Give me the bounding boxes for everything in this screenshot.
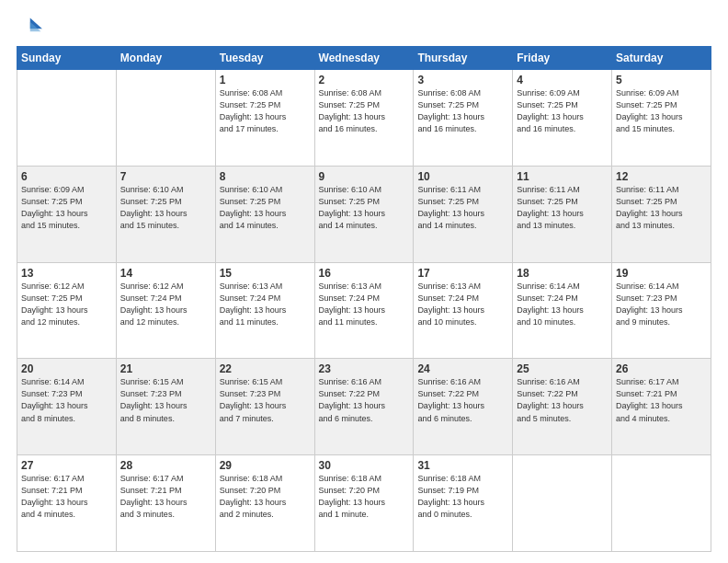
day-number: 16 — [319, 267, 410, 280]
day-info: Sunrise: 6:12 AM Sunset: 7:25 PM Dayligh… — [21, 281, 112, 328]
calendar-cell: 3Sunrise: 6:08 AM Sunset: 7:25 PM Daylig… — [414, 70, 513, 167]
calendar-cell: 15Sunrise: 6:13 AM Sunset: 7:24 PM Dayli… — [215, 262, 314, 359]
calendar-cell — [17, 70, 117, 167]
calendar-cell: 21Sunrise: 6:15 AM Sunset: 7:23 PM Dayli… — [116, 359, 215, 455]
day-number: 23 — [319, 362, 410, 375]
logo — [17, 17, 44, 37]
day-info: Sunrise: 6:14 AM Sunset: 7:23 PM Dayligh… — [21, 376, 112, 424]
weekday-header-sunday: Sunday — [17, 47, 117, 70]
week-row-4: 20Sunrise: 6:14 AM Sunset: 7:23 PM Dayli… — [17, 359, 711, 455]
calendar-cell: 2Sunrise: 6:08 AM Sunset: 7:25 PM Daylig… — [314, 70, 414, 167]
day-info: Sunrise: 6:16 AM Sunset: 7:22 PM Dayligh… — [417, 376, 508, 424]
day-info: Sunrise: 6:09 AM Sunset: 7:25 PM Dayligh… — [517, 87, 608, 135]
calendar-cell: 17Sunrise: 6:13 AM Sunset: 7:24 PM Dayli… — [414, 262, 513, 359]
day-info: Sunrise: 6:12 AM Sunset: 7:24 PM Dayligh… — [120, 281, 211, 328]
weekday-header-thursday: Thursday — [414, 47, 513, 70]
day-info: Sunrise: 6:18 AM Sunset: 7:20 PM Dayligh… — [319, 473, 410, 521]
calendar: SundayMondayTuesdayWednesdayThursdayFrid… — [17, 46, 711, 552]
day-number: 12 — [616, 170, 707, 183]
day-number: 15 — [220, 267, 311, 280]
day-number: 31 — [417, 459, 508, 472]
day-info: Sunrise: 6:11 AM Sunset: 7:25 PM Dayligh… — [417, 184, 508, 232]
calendar-cell: 5Sunrise: 6:09 AM Sunset: 7:25 PM Daylig… — [612, 70, 711, 167]
day-number: 8 — [220, 170, 311, 183]
calendar-cell: 4Sunrise: 6:09 AM Sunset: 7:25 PM Daylig… — [513, 70, 612, 167]
day-info: Sunrise: 6:17 AM Sunset: 7:21 PM Dayligh… — [21, 473, 112, 521]
week-row-1: 1Sunrise: 6:08 AM Sunset: 7:25 PM Daylig… — [17, 70, 711, 167]
day-info: Sunrise: 6:08 AM Sunset: 7:25 PM Dayligh… — [220, 87, 311, 135]
calendar-cell: 10Sunrise: 6:11 AM Sunset: 7:25 PM Dayli… — [414, 166, 513, 262]
weekday-header-wednesday: Wednesday — [314, 47, 414, 70]
day-info: Sunrise: 6:10 AM Sunset: 7:25 PM Dayligh… — [220, 184, 311, 232]
day-number: 13 — [21, 267, 112, 280]
calendar-cell: 18Sunrise: 6:14 AM Sunset: 7:24 PM Dayli… — [513, 262, 612, 359]
day-info: Sunrise: 6:09 AM Sunset: 7:25 PM Dayligh… — [616, 87, 707, 135]
calendar-cell: 25Sunrise: 6:16 AM Sunset: 7:22 PM Dayli… — [513, 359, 612, 455]
day-number: 3 — [417, 74, 508, 86]
day-number: 24 — [417, 362, 508, 375]
day-info: Sunrise: 6:10 AM Sunset: 7:25 PM Dayligh… — [319, 184, 410, 232]
day-info: Sunrise: 6:09 AM Sunset: 7:25 PM Dayligh… — [21, 184, 112, 232]
day-number: 29 — [220, 459, 311, 472]
calendar-cell: 29Sunrise: 6:18 AM Sunset: 7:20 PM Dayli… — [215, 455, 314, 552]
day-info: Sunrise: 6:17 AM Sunset: 7:21 PM Dayligh… — [616, 376, 707, 424]
day-number: 20 — [21, 362, 112, 375]
day-info: Sunrise: 6:10 AM Sunset: 7:25 PM Dayligh… — [120, 184, 211, 232]
day-info: Sunrise: 6:16 AM Sunset: 7:22 PM Dayligh… — [517, 376, 608, 424]
calendar-cell: 30Sunrise: 6:18 AM Sunset: 7:20 PM Dayli… — [314, 455, 414, 552]
day-number: 1 — [220, 74, 311, 86]
day-number: 21 — [120, 362, 211, 375]
calendar-cell: 20Sunrise: 6:14 AM Sunset: 7:23 PM Dayli… — [17, 359, 117, 455]
day-number: 4 — [517, 74, 608, 86]
day-number: 26 — [616, 362, 707, 375]
day-info: Sunrise: 6:14 AM Sunset: 7:24 PM Dayligh… — [517, 281, 608, 328]
day-number: 2 — [319, 74, 410, 86]
day-number: 25 — [517, 362, 608, 375]
calendar-cell: 28Sunrise: 6:17 AM Sunset: 7:21 PM Dayli… — [116, 455, 215, 552]
day-number: 11 — [517, 170, 608, 183]
header — [17, 17, 711, 37]
day-info: Sunrise: 6:13 AM Sunset: 7:24 PM Dayligh… — [319, 281, 410, 328]
calendar-cell: 22Sunrise: 6:15 AM Sunset: 7:23 PM Dayli… — [215, 359, 314, 455]
day-info: Sunrise: 6:17 AM Sunset: 7:21 PM Dayligh… — [120, 473, 211, 521]
day-number: 19 — [616, 267, 707, 280]
calendar-cell: 13Sunrise: 6:12 AM Sunset: 7:25 PM Dayli… — [17, 262, 117, 359]
day-info: Sunrise: 6:13 AM Sunset: 7:24 PM Dayligh… — [220, 281, 311, 328]
calendar-cell — [116, 70, 215, 167]
day-number: 10 — [417, 170, 508, 183]
day-number: 5 — [616, 74, 707, 86]
day-info: Sunrise: 6:14 AM Sunset: 7:23 PM Dayligh… — [616, 281, 707, 328]
day-info: Sunrise: 6:13 AM Sunset: 7:24 PM Dayligh… — [417, 281, 508, 328]
day-number: 18 — [517, 267, 608, 280]
calendar-cell — [513, 455, 612, 552]
day-info: Sunrise: 6:18 AM Sunset: 7:19 PM Dayligh… — [417, 473, 508, 521]
calendar-cell: 16Sunrise: 6:13 AM Sunset: 7:24 PM Dayli… — [314, 262, 414, 359]
day-number: 7 — [120, 170, 211, 183]
calendar-cell: 31Sunrise: 6:18 AM Sunset: 7:19 PM Dayli… — [414, 455, 513, 552]
calendar-cell: 19Sunrise: 6:14 AM Sunset: 7:23 PM Dayli… — [612, 262, 711, 359]
calendar-cell: 27Sunrise: 6:17 AM Sunset: 7:21 PM Dayli… — [17, 455, 117, 552]
day-number: 28 — [120, 459, 211, 472]
logo-icon — [17, 17, 42, 37]
calendar-cell: 26Sunrise: 6:17 AM Sunset: 7:21 PM Dayli… — [612, 359, 711, 455]
day-number: 27 — [21, 459, 112, 472]
weekday-header-monday: Monday — [116, 47, 215, 70]
calendar-cell: 1Sunrise: 6:08 AM Sunset: 7:25 PM Daylig… — [215, 70, 314, 167]
day-info: Sunrise: 6:18 AM Sunset: 7:20 PM Dayligh… — [220, 473, 311, 521]
day-info: Sunrise: 6:15 AM Sunset: 7:23 PM Dayligh… — [120, 376, 211, 424]
day-info: Sunrise: 6:11 AM Sunset: 7:25 PM Dayligh… — [517, 184, 608, 232]
day-info: Sunrise: 6:16 AM Sunset: 7:22 PM Dayligh… — [319, 376, 410, 424]
calendar-cell: 14Sunrise: 6:12 AM Sunset: 7:24 PM Dayli… — [116, 262, 215, 359]
day-number: 17 — [417, 267, 508, 280]
day-info: Sunrise: 6:11 AM Sunset: 7:25 PM Dayligh… — [616, 184, 707, 232]
weekday-header-tuesday: Tuesday — [215, 47, 314, 70]
day-info: Sunrise: 6:08 AM Sunset: 7:25 PM Dayligh… — [417, 87, 508, 135]
calendar-cell: 9Sunrise: 6:10 AM Sunset: 7:25 PM Daylig… — [314, 166, 414, 262]
calendar-cell — [612, 455, 711, 552]
day-number: 6 — [21, 170, 112, 183]
weekday-header-saturday: Saturday — [612, 47, 711, 70]
day-info: Sunrise: 6:15 AM Sunset: 7:23 PM Dayligh… — [220, 376, 311, 424]
calendar-cell: 23Sunrise: 6:16 AM Sunset: 7:22 PM Dayli… — [314, 359, 414, 455]
week-row-3: 13Sunrise: 6:12 AM Sunset: 7:25 PM Dayli… — [17, 262, 711, 359]
calendar-cell: 7Sunrise: 6:10 AM Sunset: 7:25 PM Daylig… — [116, 166, 215, 262]
